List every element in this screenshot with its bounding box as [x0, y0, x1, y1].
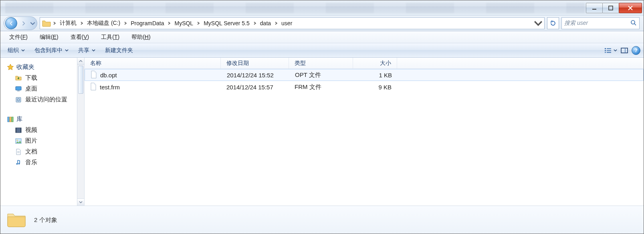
- titlebar-blur-region: [5, 3, 585, 13]
- chevron-down-icon: [65, 48, 69, 52]
- nav-arrow-group: [4, 16, 37, 30]
- sidebar-item-pictures[interactable]: 图片: [7, 135, 83, 146]
- svg-rect-23: [20, 128, 21, 133]
- breadcrumb-item[interactable]: user: [279, 18, 295, 29]
- menu-edit[interactable]: 编辑(E): [34, 32, 64, 42]
- sidebar-scrollbar[interactable]: [77, 58, 84, 206]
- new-folder-label: 新建文件夹: [105, 47, 133, 54]
- help-button[interactable]: ?: [632, 46, 640, 55]
- svg-rect-20: [12, 117, 13, 122]
- organize-button[interactable]: 组织: [4, 45, 29, 56]
- view-details-icon: [602, 46, 614, 55]
- svg-point-4: [631, 20, 635, 24]
- menu-file[interactable]: 文件(F): [4, 32, 33, 42]
- file-type: OPT 文件: [289, 71, 353, 79]
- documents-icon: [15, 148, 22, 155]
- breadcrumb-item[interactable]: MySQL: [172, 18, 196, 29]
- favorites-header[interactable]: 收藏夹: [7, 62, 83, 73]
- sidebar-item-music[interactable]: 音乐: [7, 157, 83, 168]
- nav-back-button[interactable]: [5, 17, 17, 29]
- star-icon: [7, 64, 14, 71]
- maximize-button[interactable]: [602, 3, 619, 13]
- refresh-button[interactable]: [547, 17, 559, 29]
- column-headers: 名称 修改日期 类型 大小: [85, 58, 644, 69]
- address-bar[interactable]: 计算机 本地磁盘 (C:) ProgramData MySQL MySQL Se…: [40, 17, 545, 29]
- search-input[interactable]: 搜索 user: [561, 17, 640, 29]
- sidebar-item-recent[interactable]: 最近访问的位置: [7, 94, 83, 105]
- explorer-window: 计算机 本地磁盘 (C:) ProgramData MySQL MySQL Se…: [0, 0, 644, 234]
- view-mode-button[interactable]: [602, 46, 617, 55]
- column-size[interactable]: 大小: [353, 58, 397, 69]
- breadcrumb-item[interactable]: MySQL Server 5.5: [201, 18, 252, 29]
- file-size: 1 KB: [353, 72, 398, 79]
- chevron-right-icon[interactable]: [167, 22, 172, 25]
- folder-icon: [42, 19, 51, 28]
- file-date: 2014/12/24 15:57: [221, 84, 289, 91]
- scroll-down-icon[interactable]: [77, 198, 84, 206]
- preview-pane-button[interactable]: [619, 46, 630, 55]
- new-folder-button[interactable]: 新建文件夹: [101, 45, 137, 56]
- chevron-right-icon[interactable]: [52, 22, 57, 25]
- share-button[interactable]: 共享: [74, 45, 99, 56]
- search-placeholder: 搜索 user: [564, 20, 630, 27]
- breadcrumb-item[interactable]: 本地磁盘 (C:): [84, 18, 123, 29]
- nav-history-dropdown[interactable]: [29, 21, 36, 26]
- chevron-right-icon[interactable]: [274, 22, 279, 25]
- details-pane: 2 个对象: [0, 206, 644, 234]
- minimize-button[interactable]: [586, 3, 603, 13]
- svg-rect-15: [17, 91, 20, 91]
- chevron-right-icon[interactable]: [252, 22, 257, 25]
- svg-rect-12: [621, 48, 628, 53]
- file-row[interactable]: db.opt2014/12/24 15:52OPT 文件1 KB: [85, 69, 644, 81]
- menu-bar: 文件(F) 编辑(E) 查看(V) 工具(T) 帮助(H): [0, 31, 644, 43]
- chevron-right-icon[interactable]: [196, 22, 201, 25]
- svg-point-25: [17, 139, 18, 141]
- status-summary: 2 个对象: [34, 216, 57, 224]
- recent-places-icon: [15, 96, 22, 103]
- breadcrumb-item[interactable]: data: [257, 18, 274, 29]
- file-date: 2014/12/24 15:52: [221, 72, 289, 79]
- file-name: db.opt: [100, 72, 117, 79]
- pictures-icon: [15, 137, 22, 145]
- toolbar: 组织 包含到库中 共享 新建文件夹 ?: [0, 43, 644, 58]
- libraries-icon: [7, 116, 14, 123]
- column-name[interactable]: 名称: [85, 58, 221, 69]
- file-icon: [90, 83, 97, 92]
- videos-icon: [15, 127, 22, 134]
- sidebar-item-desktop[interactable]: 桌面: [7, 83, 83, 94]
- scroll-thumb[interactable]: [78, 66, 83, 94]
- navigation-pane: 收藏夹 下载 桌面 最近访问的位置 库 视频: [0, 58, 85, 206]
- breadcrumb-item[interactable]: ProgramData: [128, 18, 167, 29]
- column-type[interactable]: 类型: [289, 58, 353, 69]
- search-icon: [630, 20, 637, 27]
- svg-rect-6: [605, 48, 606, 49]
- chevron-right-icon[interactable]: [123, 22, 128, 25]
- svg-rect-1: [609, 6, 613, 10]
- menu-tools[interactable]: 工具(T): [95, 32, 125, 42]
- breadcrumb-item[interactable]: 计算机: [57, 18, 79, 29]
- chevron-right-icon[interactable]: [79, 22, 84, 25]
- menu-help[interactable]: 帮助(H): [126, 32, 156, 42]
- scroll-up-icon[interactable]: [77, 58, 84, 65]
- close-button[interactable]: [619, 3, 642, 13]
- include-label: 包含到库中: [34, 47, 63, 54]
- file-icon: [91, 71, 97, 80]
- sidebar-item-videos[interactable]: 视频: [7, 125, 83, 135]
- titlebar: [0, 0, 644, 15]
- svg-point-28: [16, 163, 18, 165]
- svg-point-29: [18, 163, 20, 164]
- libraries-header[interactable]: 库: [7, 114, 83, 125]
- include-in-library-button[interactable]: 包含到库中: [30, 45, 73, 56]
- file-row[interactable]: test.frm2014/12/24 15:57FRM 文件9 KB: [85, 81, 644, 93]
- nav-forward-button[interactable]: [17, 17, 29, 29]
- file-list-pane: 名称 修改日期 类型 大小 db.opt2014/12/24 15:52OPT …: [85, 58, 644, 206]
- sidebar-item-documents[interactable]: 文档: [7, 146, 83, 157]
- column-date[interactable]: 修改日期: [221, 58, 289, 69]
- sidebar-item-downloads[interactable]: 下载: [7, 73, 83, 83]
- chevron-down-icon: [92, 48, 95, 52]
- file-rows: db.opt2014/12/24 15:52OPT 文件1 KBtest.frm…: [85, 69, 644, 93]
- menu-view[interactable]: 查看(V): [65, 32, 95, 42]
- svg-rect-21: [16, 128, 21, 133]
- address-dropdown[interactable]: [534, 19, 543, 28]
- svg-rect-14: [16, 87, 21, 90]
